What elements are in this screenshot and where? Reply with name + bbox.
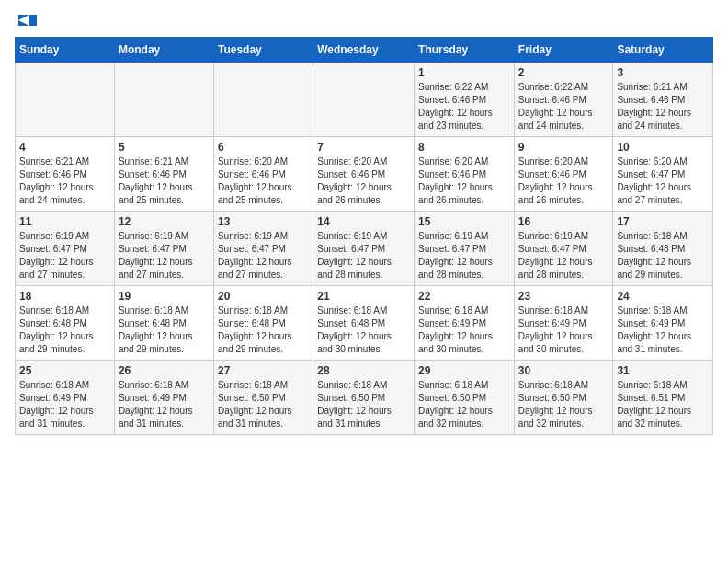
day-number: 12	[119, 215, 210, 228]
day-number: 17	[617, 215, 709, 228]
day-number: 19	[119, 290, 210, 303]
day-number: 10	[617, 141, 709, 154]
header-day-wednesday: Wednesday	[313, 38, 415, 63]
calendar-cell	[313, 63, 415, 137]
calendar-cell: 5Sunrise: 6:21 AM Sunset: 6:46 PM Daylig…	[114, 137, 213, 212]
day-number: 6	[218, 141, 309, 154]
header-day-saturday: Saturday	[613, 38, 713, 63]
calendar-cell: 6Sunrise: 6:20 AM Sunset: 6:46 PM Daylig…	[213, 137, 313, 212]
day-number: 1	[418, 66, 510, 79]
day-number: 5	[119, 141, 210, 154]
day-number: 26	[119, 364, 210, 377]
day-number: 28	[317, 364, 410, 377]
calendar-cell	[114, 63, 213, 137]
day-number: 23	[518, 290, 609, 303]
calendar-cell	[16, 63, 115, 137]
day-number: 14	[317, 215, 410, 228]
logo-flag-icon	[17, 15, 37, 31]
day-info: Sunrise: 6:20 AM Sunset: 6:46 PM Dayligh…	[317, 155, 410, 207]
day-info: Sunrise: 6:19 AM Sunset: 6:47 PM Dayligh…	[19, 230, 110, 282]
calendar-cell: 26Sunrise: 6:18 AM Sunset: 6:49 PM Dayli…	[114, 361, 213, 435]
calendar-cell: 16Sunrise: 6:19 AM Sunset: 6:47 PM Dayli…	[514, 212, 613, 286]
calendar-cell: 20Sunrise: 6:18 AM Sunset: 6:48 PM Dayli…	[213, 286, 313, 361]
day-number: 3	[617, 66, 709, 79]
day-info: Sunrise: 6:18 AM Sunset: 6:48 PM Dayligh…	[119, 304, 210, 356]
calendar-cell: 28Sunrise: 6:18 AM Sunset: 6:50 PM Dayli…	[313, 361, 415, 435]
calendar-cell: 21Sunrise: 6:18 AM Sunset: 6:48 PM Dayli…	[313, 286, 415, 361]
day-info: Sunrise: 6:18 AM Sunset: 6:50 PM Dayligh…	[418, 379, 510, 431]
header-day-friday: Friday	[514, 38, 613, 63]
header-day-tuesday: Tuesday	[213, 38, 313, 63]
day-info: Sunrise: 6:20 AM Sunset: 6:47 PM Dayligh…	[617, 155, 709, 207]
calendar-cell: 30Sunrise: 6:18 AM Sunset: 6:50 PM Dayli…	[514, 361, 613, 435]
calendar-cell	[213, 63, 313, 137]
day-info: Sunrise: 6:19 AM Sunset: 6:47 PM Dayligh…	[119, 230, 210, 282]
day-number: 31	[617, 364, 709, 377]
day-info: Sunrise: 6:18 AM Sunset: 6:49 PM Dayligh…	[119, 379, 210, 431]
day-info: Sunrise: 6:20 AM Sunset: 6:46 PM Dayligh…	[518, 155, 609, 207]
calendar-cell: 15Sunrise: 6:19 AM Sunset: 6:47 PM Dayli…	[415, 212, 515, 286]
day-info: Sunrise: 6:19 AM Sunset: 6:47 PM Dayligh…	[218, 230, 309, 282]
logo	[15, 15, 37, 28]
day-number: 2	[518, 66, 609, 79]
week-row-1: 1Sunrise: 6:22 AM Sunset: 6:46 PM Daylig…	[16, 63, 713, 137]
day-info: Sunrise: 6:21 AM Sunset: 6:46 PM Dayligh…	[617, 81, 709, 132]
day-info: Sunrise: 6:18 AM Sunset: 6:48 PM Dayligh…	[218, 304, 309, 356]
calendar-cell: 13Sunrise: 6:19 AM Sunset: 6:47 PM Dayli…	[213, 212, 313, 286]
day-info: Sunrise: 6:22 AM Sunset: 6:46 PM Dayligh…	[418, 81, 510, 132]
day-info: Sunrise: 6:22 AM Sunset: 6:46 PM Dayligh…	[518, 81, 609, 132]
day-number: 21	[317, 290, 410, 303]
calendar-table: SundayMondayTuesdayWednesdayThursdayFrid…	[15, 37, 713, 435]
calendar-cell: 27Sunrise: 6:18 AM Sunset: 6:50 PM Dayli…	[213, 361, 313, 435]
week-row-3: 11Sunrise: 6:19 AM Sunset: 6:47 PM Dayli…	[16, 212, 713, 286]
calendar-cell: 11Sunrise: 6:19 AM Sunset: 6:47 PM Dayli…	[16, 212, 115, 286]
header-day-thursday: Thursday	[415, 38, 515, 63]
day-info: Sunrise: 6:18 AM Sunset: 6:48 PM Dayligh…	[19, 304, 110, 356]
day-number: 18	[19, 290, 110, 303]
calendar-cell: 7Sunrise: 6:20 AM Sunset: 6:46 PM Daylig…	[313, 137, 415, 212]
calendar-cell: 4Sunrise: 6:21 AM Sunset: 6:46 PM Daylig…	[16, 137, 115, 212]
day-info: Sunrise: 6:18 AM Sunset: 6:49 PM Dayligh…	[19, 379, 110, 431]
calendar-cell: 17Sunrise: 6:18 AM Sunset: 6:48 PM Dayli…	[613, 212, 713, 286]
day-number: 27	[218, 364, 309, 377]
day-info: Sunrise: 6:20 AM Sunset: 6:46 PM Dayligh…	[418, 155, 510, 207]
day-number: 30	[518, 364, 609, 377]
day-info: Sunrise: 6:19 AM Sunset: 6:47 PM Dayligh…	[418, 230, 510, 282]
calendar-cell: 19Sunrise: 6:18 AM Sunset: 6:48 PM Dayli…	[114, 286, 213, 361]
header-row: SundayMondayTuesdayWednesdayThursdayFrid…	[16, 38, 713, 63]
calendar-cell: 10Sunrise: 6:20 AM Sunset: 6:47 PM Dayli…	[613, 137, 713, 212]
day-number: 22	[418, 290, 510, 303]
day-info: Sunrise: 6:20 AM Sunset: 6:46 PM Dayligh…	[218, 155, 309, 207]
day-number: 15	[418, 215, 510, 228]
day-number: 9	[518, 141, 609, 154]
day-info: Sunrise: 6:19 AM Sunset: 6:47 PM Dayligh…	[518, 230, 609, 282]
day-info: Sunrise: 6:18 AM Sunset: 6:48 PM Dayligh…	[617, 230, 709, 282]
calendar-header: SundayMondayTuesdayWednesdayThursdayFrid…	[16, 38, 713, 63]
calendar-cell: 31Sunrise: 6:18 AM Sunset: 6:51 PM Dayli…	[613, 361, 713, 435]
day-info: Sunrise: 6:18 AM Sunset: 6:49 PM Dayligh…	[518, 304, 609, 356]
day-number: 8	[418, 141, 510, 154]
week-row-5: 25Sunrise: 6:18 AM Sunset: 6:49 PM Dayli…	[16, 361, 713, 435]
calendar-cell: 12Sunrise: 6:19 AM Sunset: 6:47 PM Dayli…	[114, 212, 213, 286]
day-info: Sunrise: 6:18 AM Sunset: 6:48 PM Dayligh…	[317, 304, 410, 356]
day-info: Sunrise: 6:18 AM Sunset: 6:51 PM Dayligh…	[617, 379, 709, 431]
week-row-4: 18Sunrise: 6:18 AM Sunset: 6:48 PM Dayli…	[16, 286, 713, 361]
day-info: Sunrise: 6:21 AM Sunset: 6:46 PM Dayligh…	[119, 155, 210, 207]
calendar-cell: 23Sunrise: 6:18 AM Sunset: 6:49 PM Dayli…	[514, 286, 613, 361]
calendar-cell: 2Sunrise: 6:22 AM Sunset: 6:46 PM Daylig…	[514, 63, 613, 137]
day-info: Sunrise: 6:21 AM Sunset: 6:46 PM Dayligh…	[19, 155, 110, 207]
calendar-cell: 1Sunrise: 6:22 AM Sunset: 6:46 PM Daylig…	[415, 63, 515, 137]
day-number: 7	[317, 141, 410, 154]
day-info: Sunrise: 6:18 AM Sunset: 6:50 PM Dayligh…	[218, 379, 309, 431]
calendar-cell: 3Sunrise: 6:21 AM Sunset: 6:46 PM Daylig…	[613, 63, 713, 137]
day-number: 16	[518, 215, 609, 228]
calendar-cell: 8Sunrise: 6:20 AM Sunset: 6:46 PM Daylig…	[415, 137, 515, 212]
day-info: Sunrise: 6:18 AM Sunset: 6:50 PM Dayligh…	[518, 379, 609, 431]
calendar-cell: 18Sunrise: 6:18 AM Sunset: 6:48 PM Dayli…	[16, 286, 115, 361]
day-number: 13	[218, 215, 309, 228]
calendar-cell: 29Sunrise: 6:18 AM Sunset: 6:50 PM Dayli…	[415, 361, 515, 435]
day-number: 4	[19, 141, 110, 154]
day-info: Sunrise: 6:18 AM Sunset: 6:49 PM Dayligh…	[418, 304, 510, 356]
week-row-2: 4Sunrise: 6:21 AM Sunset: 6:46 PM Daylig…	[16, 137, 713, 212]
day-number: 25	[19, 364, 110, 377]
